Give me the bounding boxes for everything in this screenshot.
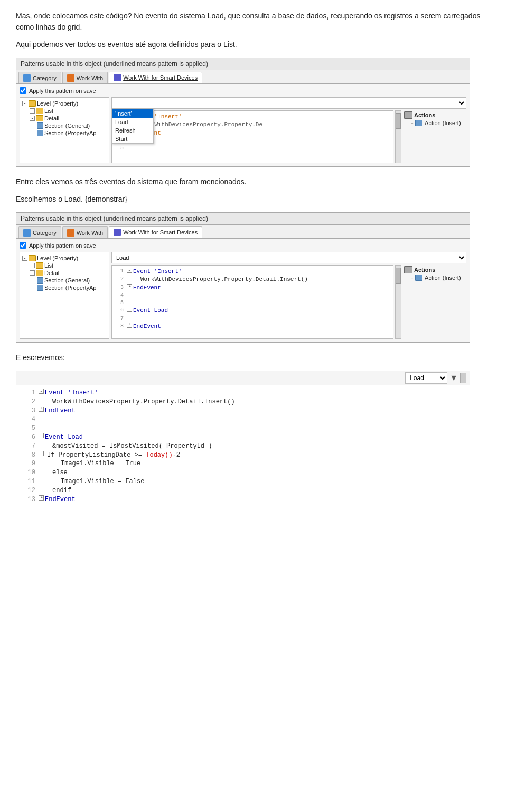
workwith-icon	[67, 74, 74, 82]
tab-category-label-1: Category	[33, 75, 57, 81]
popup-refresh[interactable]: Refresh	[112, 126, 153, 135]
tree-item-1[interactable]: - List	[22, 107, 107, 115]
scrollbar-thumb-1[interactable]	[396, 113, 401, 129]
code-section-2: Load Insert Refresh Start 1 - Event 'Ins…	[111, 252, 466, 339]
expand-icon-0[interactable]: -	[22, 101, 27, 106]
actions-title-2: Actions	[404, 266, 465, 273]
category-icon-2	[23, 229, 31, 237]
apply-label-2: Apply this pattern on save	[29, 242, 96, 249]
tree-label-2-4: Section (PropertyAp	[44, 285, 96, 291]
folder-icon-2	[36, 115, 43, 121]
actions-area-2: Actions └ Action (Insert)	[403, 265, 466, 339]
tab-category-1[interactable]: Category	[18, 72, 61, 83]
tree-item-2-2[interactable]: - Detail	[22, 269, 107, 277]
tree-item-3[interactable]: Section (General)	[22, 122, 107, 129]
tab-wwsd-1[interactable]: Work With for Smart Devices	[109, 72, 202, 83]
expand-icon-2-1[interactable]: -	[30, 263, 35, 268]
intro-p1: Mas, onde colocamos este código? No even…	[16, 11, 491, 33]
apply-checkbox-1[interactable]	[20, 87, 26, 94]
item-icon-4	[37, 130, 43, 136]
apply-row-1: Apply this pattern on save	[20, 87, 466, 94]
page-content: Mas, onde colocamos este código? No even…	[0, 0, 507, 527]
expand-icon-2-0[interactable]: -	[22, 256, 27, 261]
dropdown-row-2: Load Insert Refresh Start	[111, 252, 466, 263]
expand-icon-2[interactable]: -	[30, 116, 35, 121]
tree-item-2-1[interactable]: - List	[22, 262, 107, 269]
scrollbar-1[interactable]	[395, 110, 401, 163]
lc-line-4: 4	[21, 415, 465, 424]
tab-category-2[interactable]: Category	[18, 226, 61, 238]
popup-load[interactable]: Load	[112, 118, 153, 126]
tree-item-0[interactable]: - Level (Property)	[22, 100, 107, 107]
tree-area-1: - Level (Property) - List - Detail	[20, 97, 109, 163]
code-and-actions-1: 1 - Event 'Insert' 2 WorkWithDevicesProp…	[111, 110, 466, 163]
category-icon	[23, 74, 31, 82]
between-text: Entre eles vemos os três eventos do sist…	[16, 176, 491, 187]
actions-title-1: Actions	[404, 111, 465, 119]
lc-line-9: 9 Image1.Visible = True	[21, 459, 465, 468]
popup-insert[interactable]: 'Insert'	[112, 109, 153, 118]
folder-icon-2-2	[36, 270, 43, 276]
code-editor-2[interactable]: 1 - Event 'Insert' 2 WorkWithDevicesProp…	[111, 265, 393, 339]
event-dropdown-2[interactable]: Load Insert Refresh Start	[111, 252, 466, 263]
tab-wwsd-label-2: Work With for Smart Devices	[123, 229, 198, 235]
lc-line-7: 7 &mostVisited = IsMostVisited( Property…	[21, 442, 465, 451]
lc-line-11: 11 Image1.Visible = False	[21, 477, 465, 486]
code-line-2-5: 5	[114, 299, 391, 307]
tree-item-2-4[interactable]: Section (PropertyAp	[22, 284, 107, 291]
pattern-panel-2: Patterns usable in this object (underlin…	[16, 212, 470, 343]
tree-item-2-3[interactable]: Section (General)	[22, 277, 107, 284]
tree-label-1: List	[44, 108, 53, 114]
large-code-box: Load Insert Refresh Start ▼ 1 - Event 'I…	[16, 371, 470, 507]
tab-workwith-1[interactable]: Work With	[62, 72, 108, 83]
tab-workwith-2[interactable]: Work With	[62, 226, 108, 238]
apply-label-1: Apply this pattern on save	[29, 88, 96, 94]
code-line-1-1: 1 - Event 'Insert'	[114, 113, 391, 121]
expand-icon-2-2[interactable]: -	[30, 270, 35, 276]
action-item-2[interactable]: └ Action (Insert)	[404, 275, 465, 281]
action-label-1: Action (Insert)	[425, 120, 461, 126]
scroll-v-thumb[interactable]	[460, 373, 466, 383]
workwith-icon-2	[67, 229, 74, 237]
tree-label-2-3: Section (General)	[44, 277, 90, 284]
panel-body-2: Apply this pattern on save - Level (Prop…	[16, 239, 470, 342]
panel-title-1: Patterns usable in this object (underlin…	[16, 58, 470, 70]
lc-line-10: 10 else	[21, 468, 465, 477]
code-scrollbar-v[interactable]	[460, 373, 466, 383]
escolhemos-text: Escolhemos o Load. {demonstrar}	[16, 194, 491, 205]
tree-label-3: Section (General)	[44, 122, 90, 129]
folder-icon-1	[36, 108, 43, 114]
scrollbar-thumb-2[interactable]	[396, 268, 401, 284]
large-code-dropdown[interactable]: Load Insert Refresh Start	[405, 372, 447, 384]
dropdown-arrow-icon[interactable]: ▼	[449, 373, 458, 383]
tree-label-2-1: List	[44, 262, 53, 269]
lc-line-13: 13 └ EndEvent	[21, 495, 465, 504]
wwsd-icon-2	[114, 229, 121, 236]
code-line-2-8: 8 └ EndEvent	[114, 323, 391, 331]
code-line-2-3: 3 └ EndEvent	[114, 284, 391, 292]
action-item-1[interactable]: └ Action (Insert)	[404, 120, 465, 126]
tab-wwsd-2[interactable]: Work With for Smart Devices	[109, 226, 202, 238]
lc-line-5: 5	[21, 424, 465, 433]
expand-icon-1[interactable]: -	[30, 108, 35, 114]
code-section-1: Insert Load Refresh Start 'Insert' Load …	[111, 97, 466, 163]
event-dropdown-1[interactable]: Insert Load Refresh Start	[111, 97, 466, 109]
tab-workwith-label-2: Work With	[77, 230, 104, 236]
code-line-1-4: 4	[114, 137, 391, 145]
tab-wwsd-label-1: Work With for Smart Devices	[123, 74, 198, 81]
tree-item-2-0[interactable]: - Level (Property)	[22, 254, 107, 262]
item-icon-2-3	[37, 277, 43, 284]
action-icon-1	[415, 120, 422, 126]
header-dropdown-row: Load Insert Refresh Start ▼	[20, 372, 458, 384]
tree-item-4[interactable]: Section (PropertyAp	[22, 129, 107, 137]
tree-item-2[interactable]: - Detail	[22, 115, 107, 122]
code-editor-1[interactable]: 1 - Event 'Insert' 2 WorkWithDevicesProp…	[111, 110, 393, 163]
popup-start[interactable]: Start	[112, 135, 153, 143]
code-line-2-7: 7	[114, 315, 391, 323]
actions-label-2: Actions	[414, 267, 435, 273]
folder-icon-2-0	[29, 255, 36, 261]
folder-icon-0	[29, 100, 36, 107]
apply-checkbox-2[interactable]	[20, 242, 26, 249]
lc-line-6: 6 - Event Load	[21, 433, 465, 442]
scrollbar-2[interactable]	[395, 265, 401, 339]
